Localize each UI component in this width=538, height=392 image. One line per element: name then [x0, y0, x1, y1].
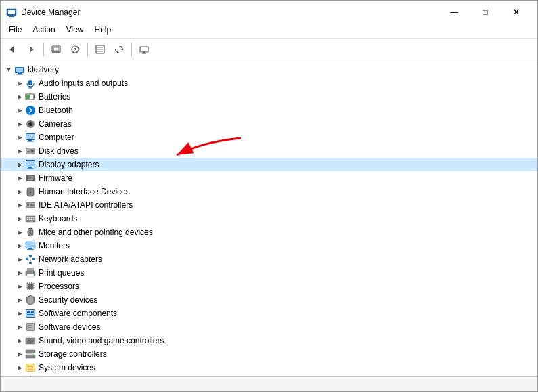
toolbar-btn-6[interactable]: [110, 41, 128, 58]
computer-expand: ▶: [14, 132, 25, 143]
tree-content[interactable]: ▼ kksilvery ▶: [1, 60, 537, 376]
tree-item-batteries[interactable]: ▶ Batteries: [1, 90, 537, 104]
svg-rect-62: [32, 204, 35, 206]
root-label: kksilvery: [28, 65, 59, 74]
bluetooth-icon: [25, 105, 36, 116]
storage-label: Storage controllers: [39, 349, 107, 359]
svg-point-123: [33, 356, 35, 357]
batteries-label: Batteries: [39, 92, 70, 102]
maximize-button[interactable]: □: [470, 4, 501, 20]
mice-expand: ▶: [14, 227, 25, 238]
svg-point-118: [32, 341, 33, 342]
firmware-icon: [25, 173, 36, 183]
tree-item-software-devices[interactable]: ▶ Software devices: [1, 320, 537, 334]
tree-item-cameras[interactable]: ▶ Cameras: [1, 117, 537, 131]
tree-root[interactable]: ▼ kksilvery: [1, 63, 537, 77]
ide-icon: [25, 200, 36, 211]
svg-rect-89: [27, 274, 34, 277]
svg-rect-64: [27, 217, 28, 219]
svg-rect-49: [28, 167, 32, 169]
separator-3: [131, 43, 132, 56]
svg-rect-52: [28, 176, 33, 180]
print-expand: ▶: [14, 267, 25, 278]
svg-rect-79: [29, 255, 32, 257]
close-button[interactable]: ✕: [501, 4, 532, 20]
processors-label: Processors: [39, 282, 79, 291]
svg-rect-39: [28, 140, 32, 141]
hid-label: Human Interface Devices: [39, 187, 130, 196]
keyboards-icon: [25, 213, 36, 224]
mice-icon: [25, 227, 36, 238]
svg-rect-60: [27, 204, 29, 206]
svg-rect-81: [32, 258, 35, 260]
menu-help[interactable]: Help: [89, 24, 117, 37]
print-label: Print queues: [39, 268, 84, 278]
svg-rect-90: [33, 272, 35, 274]
tree-item-usb[interactable]: ▶ Universal Serial Bus controllers: [1, 374, 537, 376]
tree-item-display[interactable]: ▶ Display adapters: [1, 158, 537, 171]
tree-item-computer[interactable]: ▶ Computer: [1, 131, 537, 144]
svg-rect-68: [27, 219, 28, 221]
ide-expand: ▶: [14, 200, 25, 211]
tree-item-sound[interactable]: ▶ Sound, video and game controllers: [1, 334, 537, 347]
toolbar-btn-3[interactable]: [47, 41, 65, 58]
svg-rect-23: [18, 73, 22, 74]
usb-icon: [25, 376, 36, 376]
svg-rect-109: [27, 314, 34, 315]
cameras-icon: [25, 118, 36, 129]
back-button[interactable]: [3, 41, 21, 58]
svg-point-44: [32, 150, 33, 152]
tree-item-mice[interactable]: ▶ Mice and other pointing devices: [1, 225, 537, 239]
tree-item-keyboards[interactable]: ▶ Keyboards: [1, 212, 537, 225]
svg-point-122: [33, 351, 35, 353]
tree-item-ide[interactable]: ▶ IDE ATA/ATAPI controllers: [1, 198, 537, 212]
menu-file[interactable]: File: [3, 24, 27, 37]
storage-icon: [25, 349, 36, 360]
menu-view[interactable]: View: [61, 24, 89, 37]
storage-expand: ▶: [14, 349, 25, 360]
svg-rect-46: [27, 151, 30, 152]
tree-item-processors[interactable]: ▶ Proces: [1, 280, 537, 293]
tree-item-audio[interactable]: ▶ Audio inputs and outputs: [1, 77, 537, 90]
toolbar-btn-5[interactable]: [91, 41, 109, 58]
display-label: Display adapters: [39, 160, 99, 169]
tree-item-bluetooth[interactable]: ▶ Bluetooth: [1, 104, 537, 117]
minimize-button[interactable]: —: [439, 4, 470, 20]
forward-button[interactable]: [22, 41, 40, 58]
tree-item-disk[interactable]: ▶ Disk drives: [1, 144, 537, 158]
usb-expand: ▶: [14, 376, 25, 376]
window-title: Device Manager: [21, 7, 80, 17]
toolbar-btn-4[interactable]: ?: [66, 41, 84, 58]
tree-item-storage[interactable]: ▶ Storage controllers: [1, 347, 537, 361]
svg-rect-80: [26, 258, 28, 260]
audio-label: Audio inputs and outputs: [39, 79, 128, 88]
svg-point-57: [30, 192, 32, 194]
tree-item-hid[interactable]: ▶ Human Interface Devices: [1, 185, 537, 198]
tree-item-security[interactable]: ▶ Security devices: [1, 293, 537, 307]
sound-expand: ▶: [14, 335, 25, 346]
tree-item-network[interactable]: ▶ Network adapters: [1, 253, 537, 266]
cameras-expand: ▶: [14, 118, 25, 129]
disk-icon: [25, 146, 36, 156]
svg-rect-66: [31, 217, 32, 219]
svg-rect-30: [34, 95, 35, 98]
device-manager-window: Device Manager — □ ✕ File Action View He…: [0, 0, 538, 392]
menu-action[interactable]: Action: [27, 24, 60, 37]
svg-rect-48: [26, 161, 35, 167]
audio-icon: [25, 78, 36, 89]
cameras-label: Cameras: [39, 119, 72, 129]
svg-rect-3: [9, 16, 14, 17]
processors-icon: [25, 281, 36, 292]
software-devices-label: Software devices: [39, 322, 100, 332]
tree-item-software-components[interactable]: ▶ Software components: [1, 307, 537, 320]
tree-item-print[interactable]: ▶ Print queues: [1, 266, 537, 280]
tree-item-firmware[interactable]: ▶ Firmware: [1, 171, 537, 185]
tree-item-monitors[interactable]: ▶ Monitors: [1, 239, 537, 253]
system-expand: ▶: [14, 362, 25, 373]
svg-rect-50: [27, 169, 34, 169]
firmware-expand: ▶: [14, 173, 25, 183]
toolbar-btn-7[interactable]: [135, 41, 153, 58]
print-icon: [25, 267, 36, 278]
tree-item-system[interactable]: ▶ System devices: [1, 361, 537, 374]
audio-expand: ▶: [14, 78, 25, 89]
